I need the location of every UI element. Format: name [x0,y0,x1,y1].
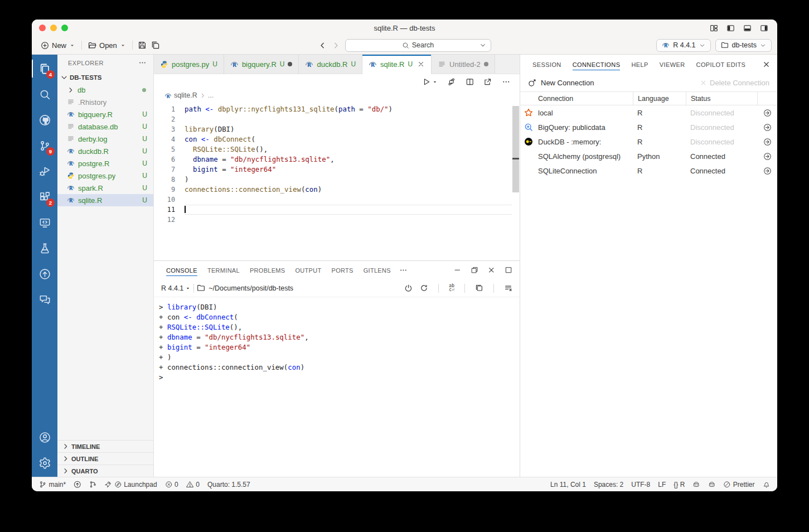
delete-connection-button[interactable]: Delete Connection [700,79,769,87]
status-quarto-version[interactable]: Quarto: 1.5.57 [207,481,250,489]
breadcrumb[interactable]: R sqlite.R ... [154,89,520,101]
open-button[interactable]: Open [85,41,129,50]
panel-tab-output[interactable]: OUTPUT [290,261,326,279]
back-button[interactable] [318,41,327,50]
save-button[interactable] [135,41,149,50]
connection-row[interactable]: SQLiteConnectionRConnected [520,163,777,178]
activity-source-control[interactable]: 9 [32,133,57,158]
code-line-6[interactable]: 6 dbname = "db/nycflights13.sqlite", [154,154,520,165]
connection-row[interactable]: DuckDB - :memory:RDisconnected [520,134,777,149]
activity-run-and-debug[interactable] [32,158,57,184]
pane-tab-connections[interactable]: CONNECTIONS [567,55,626,74]
chevron-down-icon[interactable] [479,42,486,49]
status-errors[interactable]: 0 [165,481,178,489]
console-session-selector[interactable]: R 4.4.1 [161,284,191,292]
tab-postgres-py[interactable]: postgres.pyU [154,55,224,74]
toggle-secondary-sidebar-icon[interactable] [760,24,768,32]
file-item-spark-R[interactable]: Rspark.RU [57,182,153,194]
connection-row[interactable]: BigQuery: publicdataRDisconnected [520,120,777,134]
status-column-header[interactable]: Status [686,92,757,105]
code-line-12[interactable]: 12 [154,215,520,225]
search-input[interactable]: Search [345,39,491,52]
status-language-mode[interactable]: {} R [674,481,685,489]
connection-column-header[interactable]: Connection [537,95,633,103]
status-indentation[interactable]: Spaces: 2 [594,481,623,489]
activity-testing[interactable] [32,235,57,261]
split-editor-icon[interactable] [466,78,474,86]
activity-extensions[interactable]: 2 [32,184,57,210]
workspace-root-row[interactable]: DB-TESTS [57,71,153,84]
save-all-button[interactable] [149,41,162,50]
status-eol[interactable]: LF [658,481,666,489]
pane-tab-session[interactable]: SESSION [527,55,567,74]
activity-publish[interactable] [32,261,57,287]
source-script-icon[interactable] [447,78,456,86]
panel-tab-ports[interactable]: PORTS [327,261,359,279]
pane-tab-copilot-edits[interactable]: COPILOT EDITS [691,55,752,74]
code-line-9[interactable]: 9connections::connection_view(con) [154,185,520,195]
tab-untitled-2[interactable]: Untitled-2 [432,55,495,74]
connection-row[interactable]: localRDisconnected [520,105,777,120]
close-panel-icon[interactable] [487,266,496,274]
activity-search[interactable] [32,81,57,107]
more-actions-icon[interactable] [138,59,147,67]
toggle-sidebar-icon[interactable] [726,24,735,32]
sidebar-section-outline[interactable]: OUTLINE [57,452,153,465]
panel-tab-console[interactable]: CONSOLE [161,261,202,279]
code-line-1[interactable]: 1path <- dbplyr::nycflights131_sqlite(pa… [154,104,520,114]
status-cursor-position[interactable]: Ln 11, Col 1 [550,481,586,489]
file-item-postgres-py[interactable]: postgres.pyU [57,170,153,182]
close-window-button[interactable] [39,25,46,31]
open-in-window-icon[interactable] [483,78,492,86]
workspace-selector[interactable]: db-tests [715,39,772,52]
minimize-window-button[interactable] [50,25,57,31]
activity-settings[interactable] [32,450,57,476]
more-actions-icon[interactable] [502,78,511,86]
pane-tab-help[interactable]: HELP [626,55,653,74]
pane-tab-viewer[interactable]: VIEWER [654,55,691,74]
activity-github[interactable] [32,107,57,133]
file-item-sqlite-R[interactable]: Rsqlite.RU [57,194,153,206]
tab-sqlite-r[interactable]: Rsqlite.RU [362,55,432,74]
run-file-button[interactable] [422,78,438,86]
open-in-editor-icon[interactable] [475,284,483,292]
activity-explorer[interactable]: 4 [32,56,57,81]
interpreter-selector[interactable]: R R 4.4.1 [656,39,710,52]
code-line-4[interactable]: 4con <- dbConnect( [154,134,520,144]
activity-remote-explorer[interactable] [32,210,57,235]
panel-tab-gitlens[interactable]: GITLENS [359,261,396,279]
code-line-3[interactable]: 3library(DBI) [154,124,520,134]
file-item-database-db[interactable]: database.dbU [57,120,153,133]
status-copilot[interactable] [692,481,700,489]
code-line-10[interactable]: 10 [154,195,520,205]
status-warnings[interactable]: 0 [186,481,200,489]
panel-tab-problems[interactable]: PROBLEMS [245,261,290,279]
minimize-panel-icon[interactable] [453,266,462,274]
code-line-7[interactable]: 7 bigint = "integer64" [154,165,520,175]
sidebar-section-quarto[interactable]: QUARTO [57,465,153,477]
forward-button[interactable] [332,41,340,50]
connection-row[interactable]: SQLAlchemy (postgresql)PythonConnected [520,149,777,163]
restart-session-icon[interactable] [420,284,428,292]
clear-console-icon[interactable] [504,284,512,292]
panel-tab-terminal[interactable]: TERMINAL [202,261,245,279]
language-column-header[interactable]: Language [633,92,686,105]
status-copilot-chat[interactable] [708,481,716,489]
status-launchpad[interactable]: Launchpad [104,481,157,489]
code-line-11[interactable]: 11 [154,205,520,215]
editor-scrollbar[interactable] [512,106,519,192]
file-item-duckdb-R[interactable]: Rduckdb.RU [57,145,153,157]
new-button[interactable]: New [37,41,79,50]
file-item-Rhistory[interactable]: .Rhistory [57,96,153,108]
status-encoding[interactable]: UTF-8 [631,481,650,489]
code-line-8[interactable]: 8) [154,175,520,185]
tab-bigquery-r[interactable]: Rbigquery.RU [224,55,299,74]
sidebar-section-timeline[interactable]: TIMELINE [57,440,153,452]
tab-duckdb-r[interactable]: Rduckdb.RU [299,55,362,74]
code-area[interactable]: 1path <- dbplyr::nycflights131_sqlite(pa… [154,101,520,260]
file-item-derby-log[interactable]: derby.logU [57,133,153,145]
close-pane-icon[interactable] [762,60,771,69]
file-item-db[interactable]: db [57,84,153,96]
file-item-bigquery-R[interactable]: Rbigquery.RU [57,108,153,120]
status-notifications[interactable] [763,481,771,489]
